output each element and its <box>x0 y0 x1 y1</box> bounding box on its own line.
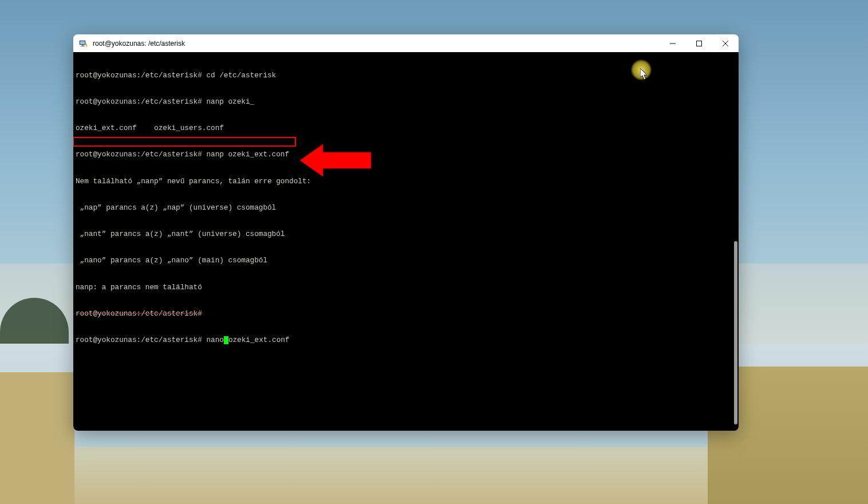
putty-icon <box>79 39 88 48</box>
cursor <box>224 336 228 344</box>
window-controls <box>660 34 739 52</box>
titlebar[interactable]: root@yokozunas: /etc/asterisk <box>73 34 739 52</box>
wallpaper-grass-left <box>0 372 74 504</box>
putty-window: root@yokozunas: /etc/asterisk root@yokoz… <box>73 34 739 431</box>
terminal-line: „nano” parancs a(z) „nano” (main) csomag… <box>76 256 727 265</box>
maximize-button[interactable] <box>686 34 712 52</box>
terminal-line-struck: root@yokozunas:/etc/asterisk# <box>76 309 727 318</box>
terminal-line: root@yokozunas:/etc/asterisk# cd /etc/as… <box>76 71 727 80</box>
terminal[interactable]: root@yokozunas:/etc/asterisk# cd /etc/as… <box>73 52 739 431</box>
scrollbar[interactable] <box>729 52 739 431</box>
svg-rect-5 <box>697 41 702 46</box>
close-button[interactable] <box>712 34 739 52</box>
prompt: root@yokozunas:/etc/asterisk# <box>76 336 202 344</box>
terminal-line: „nant” parancs a(z) „nant” (universe) cs… <box>76 230 727 238</box>
terminal-line: root@yokozunas:/etc/asterisk# nanp ozeki… <box>76 150 727 159</box>
terminal-content[interactable]: root@yokozunas:/etc/asterisk# cd /etc/as… <box>73 52 729 431</box>
window-title: root@yokozunas: /etc/asterisk <box>93 40 185 48</box>
scrollbar-thumb[interactable] <box>734 241 737 424</box>
terminal-line: ozeki_ext.conf ozeki_users.conf <box>76 124 727 132</box>
terminal-current-line: root@yokozunas:/etc/asterisk# nanoozeki_… <box>76 336 727 344</box>
svg-rect-3 <box>81 46 85 46</box>
terminal-line: root@yokozunas:/etc/asterisk# nanp ozeki… <box>76 97 727 106</box>
svg-marker-8 <box>300 144 371 176</box>
minimize-button[interactable] <box>660 34 686 52</box>
input-after-cursor: ozeki_ext.conf <box>228 336 290 344</box>
annotation-highlight-box <box>73 137 296 147</box>
terminal-line: „nap” parancs a(z) „nap” (universe) csom… <box>76 203 727 212</box>
terminal-line: nanp: a parancs nem található <box>76 283 727 292</box>
input-before-cursor: nano <box>202 336 224 344</box>
svg-rect-1 <box>80 41 85 44</box>
terminal-line: Nem található „nanp” nevű parancs, talán… <box>76 177 727 186</box>
svg-rect-2 <box>82 45 84 46</box>
